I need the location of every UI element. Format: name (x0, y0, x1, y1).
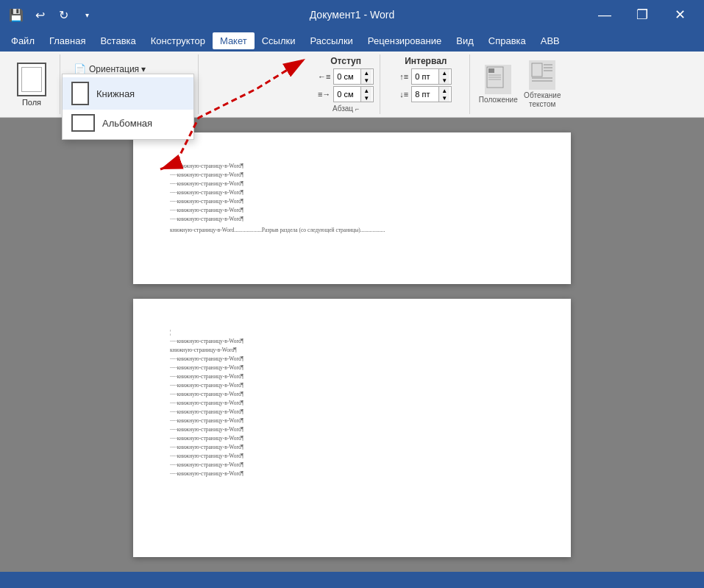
restore-button[interactable]: ❐ (625, 4, 659, 26)
menu-help[interactable]: Справка (481, 32, 533, 49)
doc-line-2-6: ·····книжную-страницу-в-Word¶ (170, 381, 534, 390)
interval-before-input[interactable]: 0 пт ▲ ▼ (411, 68, 452, 85)
doc-line-2-9: ·····книжную-страницу-в-Word¶ (170, 408, 534, 417)
doc-line-2-8: ·····книжную-страницу-в-Word¶ (170, 399, 534, 408)
quick-access-dropdown-icon[interactable]: ▾ (78, 6, 96, 24)
indent-left-down[interactable]: ▼ (361, 77, 371, 84)
indent-left-row: ←≡ 0 см ▲ ▼ (318, 68, 374, 85)
doc-line-2-12: ·····книжную-страницу-в-Word¶ (170, 434, 534, 443)
indent-label: Отступ (330, 56, 361, 68)
interval-after-row: ↓≡ 8 пт ▲ ▼ (399, 86, 452, 102)
position-button[interactable]: Положение (477, 60, 519, 110)
abzac-label: Абзац ⌐ (333, 105, 359, 113)
save-icon[interactable]: 💾 (7, 6, 25, 24)
orientation-label: Ориентация ▾ (89, 64, 146, 74)
ribbon-group-orientation: 📄 Ориентация ▾ ≡ Разрывы ▾ ≡ Номера стро… (62, 54, 199, 114)
doc-cursor: ¦ (170, 328, 534, 337)
orientation-dropdown: Книжная Альбомная (62, 74, 194, 140)
doc-line-2-5: ·····книжную-страницу-в-Word¶ (170, 372, 534, 381)
wrap-text-icon (529, 60, 555, 90)
doc-line-1-1: ·····книжную-страницу-в-Word¶ (170, 162, 534, 171)
doc-line-2-3: ·····книжную-страницу-в-Word¶ (170, 355, 534, 364)
indent-left-input[interactable]: 0 см ▲ ▼ (333, 68, 374, 85)
interval-before-arrows: ▲ ▼ (438, 69, 449, 84)
doc-line-1-7: ·····книжную-страницу-в-Word¶ (170, 215, 534, 224)
redo-icon[interactable]: ↻ (54, 6, 72, 24)
interval-label: Интервал (405, 56, 447, 68)
doc-line-2-11: ·····книжную-страницу-в-Word¶ (170, 425, 534, 434)
orientation-portrait-option[interactable]: Книжная (63, 77, 193, 110)
page-2: ¦ ·····книжную-страницу-в-Word¶ книжную-… (133, 299, 571, 557)
window-controls: — ❐ ✕ (588, 4, 697, 26)
document-area: ·····книжную-страницу-в-Word¶ ·····книжн… (0, 118, 704, 572)
doc-line-1-2: ·····книжную-страницу-в-Word¶ (170, 171, 534, 180)
menu-design[interactable]: Конструктор (143, 32, 213, 49)
position-group-content: Положение Обтекание текстом (477, 56, 563, 113)
undo-icon[interactable]: ↩ (31, 6, 49, 24)
wrap-text-button[interactable]: Обтекание текстом (522, 60, 563, 110)
menu-abb[interactable]: ABB (533, 32, 567, 49)
indent-right-value: 0 см (335, 90, 360, 99)
interval-after-value: 8 пт (413, 90, 438, 99)
indent-right-row: ≡→ 0 см ▲ ▼ (318, 86, 374, 102)
doc-line-2-15: ·····книжную-страницу-в-Word¶ (170, 461, 534, 470)
interval-after-down[interactable]: ▼ (439, 94, 449, 102)
interval-after-up[interactable]: ▲ (439, 87, 449, 94)
interval-after-icon: ↓≡ (399, 90, 408, 99)
menu-insert[interactable]: Вставка (93, 32, 143, 49)
doc-line-1-6: ·····книжную-страницу-в-Word¶ (170, 206, 534, 215)
landscape-icon (71, 114, 95, 132)
indent-left-up[interactable]: ▲ (361, 69, 371, 77)
page-1: ·····книжную-страницу-в-Word¶ ·····книжн… (133, 132, 571, 284)
menu-view[interactable]: Вид (449, 32, 481, 49)
title-bar: 💾 ↩ ↻ ▾ Документ1 - Word — ❐ ✕ (0, 0, 704, 29)
interval-before-down[interactable]: ▼ (439, 77, 449, 84)
indent-left-arrows: ▲ ▼ (360, 69, 371, 84)
interval-before-up[interactable]: ▲ (439, 69, 449, 77)
doc-line-2-7: ·····книжную-страницу-в-Word¶ (170, 390, 534, 399)
doc-line-2-10: ·····книжную-страницу-в-Word¶ (170, 417, 534, 425)
menu-file[interactable]: Файл (4, 32, 42, 49)
position-label: Положение (479, 96, 518, 104)
ribbon-group-fields: Поля (4, 54, 60, 114)
interval-after-arrows: ▲ ▼ (438, 87, 449, 102)
fields-button[interactable]: Поля (10, 60, 54, 110)
indent-right-up[interactable]: ▲ (361, 87, 371, 94)
indent-right-down[interactable]: ▼ (361, 94, 371, 102)
interval-after-input[interactable]: 8 пт ▲ ▼ (411, 86, 452, 102)
status-bar (0, 572, 704, 588)
minimize-button[interactable]: — (588, 4, 622, 26)
landscape-label: Альбомная (102, 118, 152, 129)
orientation-landscape-option[interactable]: Альбомная (63, 110, 193, 136)
menu-mailings[interactable]: Рассылки (302, 32, 360, 49)
menu-bar: Файл Главная Вставка Конструктор Макет С… (0, 29, 704, 52)
fields-group-content: Поля (10, 56, 54, 113)
section-break-indicator: книжную-страницу-в-Word.................… (170, 227, 534, 233)
doc-line-2-14: ·····книжную-страницу-в-Word¶ (170, 452, 534, 461)
doc-line-2-2: книжную-страницу-в-Word¶ (170, 346, 534, 355)
doc-line-1-3: ·····книжную-страницу-в-Word¶ (170, 180, 534, 188)
window-title: Документ1 - Word (310, 9, 395, 21)
svg-rect-1 (488, 68, 494, 73)
interval-before-value: 0 пт (413, 72, 438, 81)
menu-home[interactable]: Главная (42, 32, 93, 49)
menu-review[interactable]: Рецензирование (360, 32, 449, 49)
indent-right-icon: ≡→ (318, 90, 330, 99)
position-icon (485, 65, 511, 94)
ribbon-group-interval: Интервал ↑≡ 0 пт ▲ ▼ ↓≡ 8 пт ▲ ▼ (382, 54, 470, 114)
close-button[interactable]: ✕ (663, 4, 697, 26)
fields-label: Поля (22, 98, 41, 107)
ribbon-group-indent: Отступ ←≡ 0 см ▲ ▼ ≡→ 0 см ▲ ▼ Абзац ⌐ (200, 54, 380, 114)
quick-access-toolbar: 💾 ↩ ↻ ▾ (7, 6, 96, 24)
ribbon-group-position: Положение Обтекание текстом (472, 54, 569, 114)
portrait-icon (71, 82, 89, 105)
doc-line-2-1: ·····книжную-страницу-в-Word¶ (170, 337, 534, 346)
menu-references[interactable]: Ссылки (255, 32, 303, 49)
indent-left-icon: ←≡ (318, 72, 330, 81)
indent-right-arrows: ▲ ▼ (360, 87, 371, 102)
menu-layout[interactable]: Макет (213, 32, 255, 49)
indent-right-input[interactable]: 0 см ▲ ▼ (333, 86, 374, 102)
doc-line-2-16: ·····книжную-страницу-в-Word¶ (170, 470, 534, 478)
fields-page-icon (17, 63, 46, 96)
indent-left-value: 0 см (335, 72, 360, 81)
